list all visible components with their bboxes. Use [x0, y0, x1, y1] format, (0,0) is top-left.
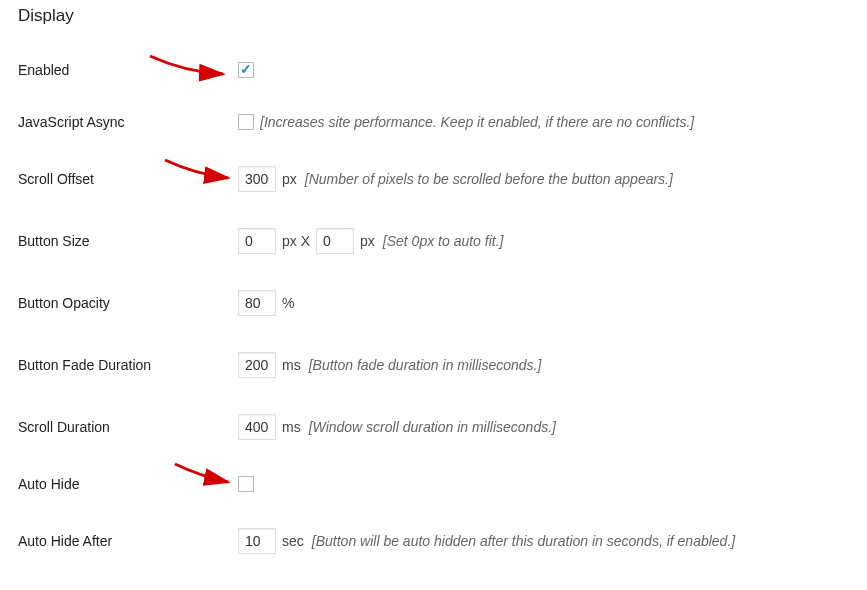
- section-title: Display: [0, 0, 867, 44]
- button-size-unit2: px: [360, 233, 375, 249]
- scroll-duration-hint: [Window scroll duration in milliseconds.…: [309, 419, 556, 435]
- fade-duration-label: Button Fade Duration: [18, 357, 238, 373]
- button-opacity-unit: %: [282, 295, 294, 311]
- auto-hide-after-label: Auto Hide After: [18, 533, 238, 549]
- scroll-offset-unit: px: [282, 171, 297, 187]
- button-size-width-input[interactable]: [238, 228, 276, 254]
- auto-hide-label: Auto Hide: [18, 476, 238, 492]
- auto-hide-after-unit: sec: [282, 533, 304, 549]
- row-button-opacity: Button Opacity %: [0, 272, 867, 334]
- scroll-offset-input[interactable]: [238, 166, 276, 192]
- js-async-label: JavaScript Async: [18, 114, 238, 130]
- button-opacity-input[interactable]: [238, 290, 276, 316]
- auto-hide-checkbox[interactable]: [238, 476, 254, 492]
- row-button-size: Button Size px X px [Set 0px to auto fit…: [0, 210, 867, 272]
- scroll-offset-label: Scroll Offset: [18, 171, 238, 187]
- js-async-hint: [Increases site performance. Keep it ena…: [260, 114, 694, 130]
- fade-duration-unit: ms: [282, 357, 301, 373]
- scroll-offset-hint: [Number of pixels to be scrolled before …: [305, 171, 673, 187]
- row-js-async: JavaScript Async [Increases site perform…: [0, 96, 867, 148]
- row-scroll-offset: Scroll Offset px [Number of pixels to be…: [0, 148, 867, 210]
- row-auto-hide-after: Auto Hide After sec [Button will be auto…: [0, 510, 867, 572]
- button-size-hint: [Set 0px to auto fit.]: [383, 233, 504, 249]
- button-opacity-label: Button Opacity: [18, 295, 238, 311]
- auto-hide-after-hint: [Button will be auto hidden after this d…: [312, 533, 735, 549]
- button-size-label: Button Size: [18, 233, 238, 249]
- row-enabled: Enabled: [0, 44, 867, 96]
- auto-hide-after-input[interactable]: [238, 528, 276, 554]
- fade-duration-hint: [Button fade duration in milliseconds.]: [309, 357, 542, 373]
- button-size-unit1: px X: [282, 233, 310, 249]
- scroll-duration-input[interactable]: [238, 414, 276, 440]
- button-size-height-input[interactable]: [316, 228, 354, 254]
- enabled-checkbox[interactable]: [238, 62, 254, 78]
- row-auto-hide: Auto Hide: [0, 458, 867, 510]
- row-fade-duration: Button Fade Duration ms [Button fade dur…: [0, 334, 867, 396]
- enabled-label: Enabled: [18, 62, 238, 78]
- scroll-duration-unit: ms: [282, 419, 301, 435]
- row-scroll-duration: Scroll Duration ms [Window scroll durati…: [0, 396, 867, 458]
- scroll-duration-label: Scroll Duration: [18, 419, 238, 435]
- js-async-checkbox[interactable]: [238, 114, 254, 130]
- fade-duration-input[interactable]: [238, 352, 276, 378]
